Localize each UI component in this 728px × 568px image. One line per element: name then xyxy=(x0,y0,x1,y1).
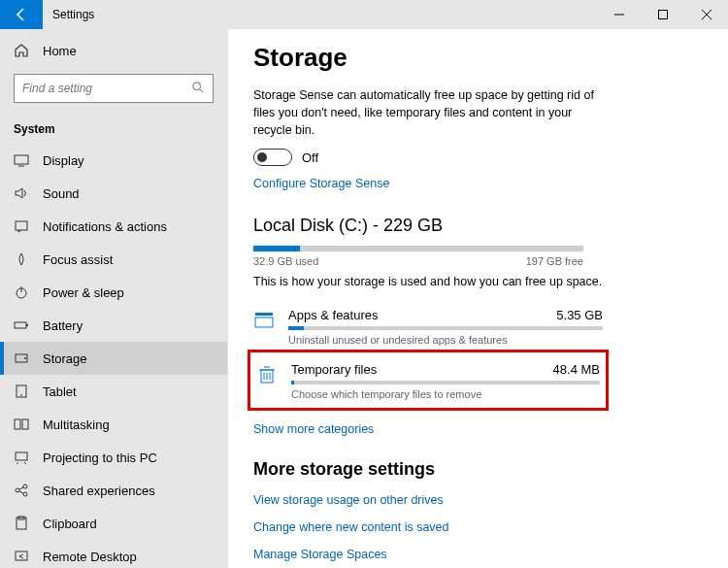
search-input[interactable] xyxy=(22,82,178,95)
row-name: Apps & features xyxy=(288,308,379,322)
sidebar-item-battery[interactable]: Battery xyxy=(0,309,227,342)
nav-label: Shared experiences xyxy=(43,484,155,498)
nav-label: Focus assist xyxy=(43,252,113,267)
maximize-button[interactable] xyxy=(641,0,684,29)
sidebar-item-clipboard[interactable]: Clipboard xyxy=(0,507,227,540)
toggle-label: Off xyxy=(302,150,318,165)
row-size: 48.4 MB xyxy=(553,362,600,377)
multitasking-icon xyxy=(14,417,29,432)
sidebar: Home System Display Sound Notifications … xyxy=(0,29,228,568)
highlighted-row: Temporary files48.4 MB Choose which temp… xyxy=(248,350,609,411)
power-icon xyxy=(14,284,29,300)
back-button[interactable] xyxy=(0,0,43,29)
row-name: Temporary files xyxy=(291,362,377,377)
arrow-left-icon xyxy=(14,7,29,22)
sidebar-item-shared-experiences[interactable]: Shared experiences xyxy=(0,474,227,507)
disk-usage-labels: 32.9 GB used 197 GB free xyxy=(253,255,583,267)
storage-row-apps[interactable]: Apps & features5.35 GB Uninstall unused … xyxy=(253,302,603,350)
storage-sense-toggle[interactable]: Off xyxy=(253,149,728,166)
link-change-new-content[interactable]: Change where new content is saved xyxy=(253,520,728,534)
close-button[interactable] xyxy=(684,0,728,29)
minimize-icon xyxy=(614,10,624,19)
apps-icon xyxy=(253,308,277,334)
storage-icon xyxy=(14,351,29,366)
svg-rect-24 xyxy=(255,313,273,316)
svg-rect-9 xyxy=(15,322,26,328)
trash-icon xyxy=(256,362,280,388)
link-view-other-drives[interactable]: View storage usage on other drives xyxy=(253,493,728,507)
svg-rect-15 xyxy=(15,419,20,429)
home-label: Home xyxy=(43,44,77,58)
nav-label: Power & sleep xyxy=(43,285,124,300)
svg-rect-10 xyxy=(26,324,28,326)
maximize-icon xyxy=(658,10,668,19)
sidebar-item-storage[interactable]: Storage xyxy=(0,342,227,375)
sidebar-item-tablet[interactable]: Tablet xyxy=(0,375,227,408)
nav-label: Display xyxy=(43,153,84,168)
more-storage-heading: More storage settings xyxy=(253,459,728,480)
search-icon xyxy=(191,81,205,97)
remote-icon xyxy=(14,549,29,564)
nav-label: Storage xyxy=(43,351,87,366)
nav-label: Tablet xyxy=(43,384,77,399)
nav-label: Remote Desktop xyxy=(43,550,137,564)
sidebar-item-remote-desktop[interactable]: Remote Desktop xyxy=(0,540,227,568)
local-disk-heading: Local Disk (C:) - 229 GB xyxy=(253,216,728,236)
svg-point-2 xyxy=(193,82,201,89)
sound-icon xyxy=(14,185,29,201)
svg-point-20 xyxy=(23,492,27,496)
display-icon xyxy=(14,152,29,168)
svg-point-18 xyxy=(16,488,19,492)
sidebar-item-display[interactable]: Display xyxy=(0,144,227,177)
configure-storage-sense-link[interactable]: Configure Storage Sense xyxy=(253,177,389,190)
svg-rect-6 xyxy=(16,221,27,230)
sidebar-item-multitasking[interactable]: Multitasking xyxy=(0,408,227,441)
main-content: Storage Storage Sense can automatically … xyxy=(228,29,728,568)
minimize-button[interactable] xyxy=(597,0,641,29)
svg-rect-25 xyxy=(255,317,273,327)
toggle-track xyxy=(253,149,292,166)
svg-rect-1 xyxy=(658,11,667,19)
page-title: Storage xyxy=(253,43,728,73)
nav-label: Projecting to this PC xyxy=(43,451,157,465)
row-size: 5.35 GB xyxy=(556,308,603,322)
nav-label: Multitasking xyxy=(43,418,110,432)
sidebar-item-projecting[interactable]: Projecting to this PC xyxy=(0,441,227,474)
nav-label: Clipboard xyxy=(43,517,97,531)
sidebar-item-sound[interactable]: Sound xyxy=(0,177,227,210)
storage-row-temp-files[interactable]: Temporary files48.4 MB Choose which temp… xyxy=(256,356,600,404)
disk-used-label: 32.9 GB used xyxy=(253,255,318,267)
storage-how-note: This is how your storage is used and how… xyxy=(253,275,728,288)
sidebar-item-notifications[interactable]: Notifications & actions xyxy=(0,210,227,243)
battery-icon xyxy=(14,317,29,333)
home-icon xyxy=(14,43,29,58)
close-icon xyxy=(702,10,711,19)
home-button[interactable]: Home xyxy=(0,35,227,66)
row-sub: Uninstall unused or undesired apps & fea… xyxy=(288,334,603,346)
sidebar-item-focus-assist[interactable]: Focus assist xyxy=(0,243,227,276)
disk-usage-bar xyxy=(253,246,583,251)
svg-point-12 xyxy=(24,357,26,359)
category-heading: System xyxy=(0,115,227,144)
svg-rect-4 xyxy=(15,155,28,164)
row-sub: Choose which temporary files to remove xyxy=(291,388,600,400)
svg-rect-16 xyxy=(22,419,28,429)
focus-assist-icon xyxy=(14,251,29,267)
link-storage-spaces[interactable]: Manage Storage Spaces xyxy=(253,548,728,561)
show-more-categories-link[interactable]: Show more categories xyxy=(253,422,374,436)
app-title: Settings xyxy=(52,8,94,21)
svg-rect-17 xyxy=(16,452,27,460)
nav-label: Sound xyxy=(43,186,80,201)
clipboard-icon xyxy=(14,516,29,531)
projecting-icon xyxy=(14,450,29,465)
nav-label: Battery xyxy=(43,318,83,333)
notifications-icon xyxy=(14,218,29,234)
sidebar-item-power-sleep[interactable]: Power & sleep xyxy=(0,276,227,309)
disk-free-label: 197 GB free xyxy=(526,255,583,267)
svg-line-3 xyxy=(200,88,204,92)
shared-icon xyxy=(14,483,29,498)
search-box[interactable] xyxy=(14,74,214,103)
nav-label: Notifications & actions xyxy=(43,219,167,234)
storage-sense-desc: Storage Sense can automatically free up … xyxy=(253,86,603,139)
titlebar: Settings xyxy=(0,0,728,29)
